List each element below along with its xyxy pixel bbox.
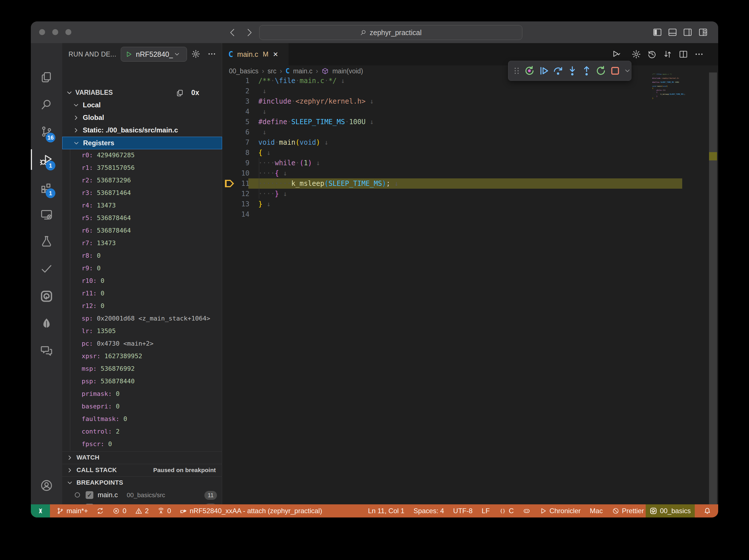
restart-icon[interactable]: [595, 65, 606, 77]
code-line-12[interactable]: 12····} ↓: [222, 189, 690, 199]
register-row-fpscr[interactable]: fpscr:0: [62, 438, 222, 451]
sidebar-item-search[interactable]: [31, 94, 62, 115]
hex-format-button[interactable]: 0x: [191, 88, 199, 97]
code-line-4[interactable]: 4 ↓: [222, 106, 690, 117]
debug-settings-gear-icon[interactable]: [191, 49, 200, 59]
window-zoom-button[interactable]: [65, 29, 71, 35]
breakpoints-section-header[interactable]: BREAKPOINTS: [62, 476, 222, 489]
customize-layout-icon[interactable]: [698, 27, 708, 37]
register-row-r8[interactable]: r8:0: [62, 250, 222, 262]
sidebar-item-explorer[interactable]: [31, 66, 62, 88]
code-line-5[interactable]: 5#define·SLEEP_TIME_MS·100U ↓: [222, 117, 690, 127]
stop-icon[interactable]: [609, 65, 621, 77]
register-row-pc[interactable]: pc:0x4730 <main+2>: [62, 338, 222, 350]
sidebar-item-source-control[interactable]: 16: [31, 121, 62, 143]
sidebar-item-remote-explorer[interactable]: [31, 204, 62, 225]
sidebar-item-spiral-extension[interactable]: [31, 285, 62, 307]
code-line-14[interactable]: 14: [222, 209, 690, 219]
code-line-2[interactable]: 2 ↓: [222, 86, 690, 96]
minimap[interactable]: /**·\file·main.c·*/ #include·<zephyr/ker…: [652, 73, 708, 101]
code-line-8[interactable]: 8{ ↓: [222, 148, 690, 158]
sidebar-item-comments[interactable]: [31, 340, 62, 362]
code-editor[interactable]: 1/**·\file·main.c·*/ ↓2 ↓3#include·<zeph…: [222, 43, 718, 504]
navigate-back-icon[interactable]: [228, 28, 237, 37]
register-row-primask[interactable]: primask:0: [62, 388, 222, 401]
status-item-spaces-4[interactable]: Spaces: 4: [413, 507, 444, 515]
register-row-r7[interactable]: r7:13473: [62, 237, 222, 250]
code-line-3[interactable]: 3#include·<zephyr/kernel.h> ↓: [222, 96, 690, 106]
more-actions-icon[interactable]: [207, 49, 216, 59]
status-item-nrf52840-xxaa-attach-zep[interactable]: nRF52840_xxAA - attach (zephyr_practical…: [179, 507, 322, 515]
copy-icon[interactable]: [176, 89, 184, 97]
status-item-0[interactable]: 0: [157, 507, 171, 515]
register-row-msp[interactable]: msp:536876992: [62, 363, 222, 375]
variables-section-header[interactable]: VARIABLES 0x: [62, 87, 222, 99]
status-item-lf[interactable]: LF: [482, 507, 490, 515]
register-row-r12[interactable]: r12:0: [62, 300, 222, 313]
register-row-psp[interactable]: psp:536878440: [62, 375, 222, 388]
step-into-icon[interactable]: [566, 65, 578, 77]
code-line-6[interactable]: 6 ↓: [222, 127, 690, 137]
status-item[interactable]: [523, 507, 530, 515]
project-status-item[interactable]: 00_basics: [646, 504, 695, 517]
status-item-2[interactable]: 2: [135, 507, 149, 515]
register-row-r4[interactable]: r4:13473: [62, 199, 222, 212]
sidebar-item-extensions[interactable]: 1: [31, 176, 62, 198]
code-line-9[interactable]: 9····while·(1) ↓: [222, 158, 690, 168]
status-item-utf-8[interactable]: UTF-8: [453, 507, 473, 515]
register-row-sp[interactable]: sp:0x20001d68 <z_main_stack+1064>: [62, 313, 222, 325]
toggle-primary-sidebar-icon[interactable]: [652, 27, 662, 37]
register-row-r5[interactable]: r5:536878464: [62, 212, 222, 224]
sidebar-item-run-debug[interactable]: 1: [31, 149, 62, 170]
account-button[interactable]: [31, 475, 62, 496]
step-over-icon[interactable]: [552, 65, 564, 77]
code-line-7[interactable]: 7void·main(void) ↓: [222, 137, 690, 148]
step-out-icon[interactable]: [581, 65, 592, 77]
continue-icon[interactable]: [538, 65, 550, 77]
sidebar-item-checks[interactable]: [31, 258, 62, 279]
register-row-basepri[interactable]: basepri:0: [62, 401, 222, 413]
register-row-faultmask[interactable]: faultmask:0: [62, 413, 222, 426]
register-row-control[interactable]: control:2: [62, 426, 222, 438]
status-item-ln-11-col-1[interactable]: Ln 11, Col 1: [368, 507, 405, 515]
code-line-13[interactable]: 13} ↓: [222, 199, 690, 209]
register-row-r0[interactable]: r0:4294967285: [62, 149, 222, 162]
register-row-r1[interactable]: r1:3758157056: [62, 162, 222, 174]
register-row-r2[interactable]: r2:536873296: [62, 174, 222, 187]
call-stack-section-header[interactable]: CALL STACK Paused on breakpoint: [62, 464, 222, 476]
toggle-secondary-sidebar-icon[interactable]: [683, 27, 692, 37]
remote-indicator[interactable]: [31, 504, 50, 517]
debug-config-dropdown[interactable]: nRF52840_x: [121, 47, 187, 62]
status-item-chronicler[interactable]: Chronicler: [539, 507, 581, 515]
drag-handle-icon[interactable]: [512, 65, 521, 77]
chevron-down-icon[interactable]: [624, 65, 631, 77]
code-line-11[interactable]: 11········k_msleep(SLEEP_TIME_MS); ↓: [222, 178, 690, 189]
watch-section-header[interactable]: WATCH: [62, 451, 222, 464]
notifications-bell-icon[interactable]: [703, 507, 711, 515]
variables-group-global[interactable]: Global: [62, 112, 222, 124]
window-minimize-button[interactable]: [52, 29, 58, 35]
status-item-mac[interactable]: Mac: [590, 507, 603, 515]
start-debug-icon[interactable]: [125, 50, 132, 58]
variables-group-static-00-basics-src-main-c[interactable]: Static: ./00_basics/src/main.c: [62, 124, 222, 137]
scrollbar[interactable]: [709, 72, 717, 504]
reset-device-icon[interactable]: [524, 65, 535, 77]
command-center-search[interactable]: zephyr_practical: [259, 25, 522, 40]
variables-group-local[interactable]: Local: [62, 99, 222, 112]
register-row-r9[interactable]: r9:0: [62, 262, 222, 275]
navigate-forward-icon[interactable]: [244, 28, 254, 37]
breakpoint-checkbox[interactable]: ✓: [86, 491, 93, 499]
register-row-r11[interactable]: r11:0: [62, 287, 222, 300]
code-line-10[interactable]: 10····{ ↓: [222, 168, 690, 178]
status-item-c[interactable]: {}C: [499, 507, 514, 515]
status-item-prettier[interactable]: Prettier: [612, 507, 644, 515]
register-row-r6[interactable]: r6:536878464: [62, 224, 222, 237]
register-row-r10[interactable]: r10:0: [62, 275, 222, 287]
status-item[interactable]: [97, 507, 104, 515]
window-close-button[interactable]: [39, 29, 45, 35]
status-item-main-[interactable]: main*+: [57, 507, 88, 515]
register-row-xpsr[interactable]: xpsr:1627389952: [62, 350, 222, 363]
sidebar-item-testing[interactable]: [31, 231, 62, 252]
breakpoint-row-main.c[interactable]: ✓main.c00_basics/src11: [62, 489, 222, 501]
sidebar-item-mongodb[interactable]: [31, 313, 62, 335]
